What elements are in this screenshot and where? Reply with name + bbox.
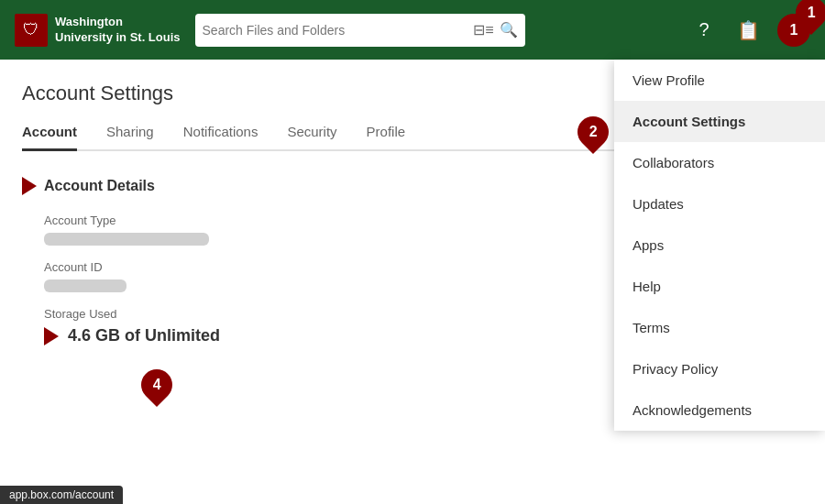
top-header: 🛡 Washington University in St. Louis ⊟≡ … <box>0 0 825 60</box>
dropdown-help[interactable]: Help <box>614 266 825 307</box>
tab-profile[interactable]: Profile <box>367 124 406 151</box>
account-id-value <box>44 279 126 292</box>
dropdown-account-settings[interactable]: Account Settings <box>614 101 825 142</box>
search-icon[interactable]: 🔍 <box>500 21 518 38</box>
search-icons: ⊟≡ 🔍 <box>473 21 517 38</box>
search-input[interactable] <box>203 23 470 38</box>
dropdown-acknowledgements[interactable]: Acknowledgements <box>614 389 825 431</box>
filter-icon[interactable]: ⊟≡ <box>473 21 493 38</box>
dropdown-view-profile[interactable]: View Profile <box>614 60 825 101</box>
section-title: Account Details <box>44 178 155 194</box>
tab-notifications[interactable]: Notifications <box>183 124 258 151</box>
annotation-bubble-4: 4 <box>135 363 179 407</box>
tab-sharing[interactable]: Sharing <box>106 124 154 151</box>
header-right: ? 📋 1 1 <box>689 14 810 47</box>
logo-area: 🛡 Washington University in St. Louis <box>15 14 181 47</box>
help-icon[interactable]: ? <box>689 16 719 45</box>
account-type-value <box>44 233 209 246</box>
clipboard-icon[interactable]: 📋 <box>733 16 763 45</box>
dropdown-menu: 2 View Profile Account Settings Collabor… <box>614 60 825 431</box>
dropdown-collaborators[interactable]: Collaborators <box>614 142 825 183</box>
dropdown-apps[interactable]: Apps <box>614 225 825 266</box>
logo-shield-icon: 🛡 <box>15 14 48 47</box>
tab-security[interactable]: Security <box>287 124 336 151</box>
dropdown-privacy-policy[interactable]: Privacy Policy <box>614 348 825 389</box>
dropdown-updates[interactable]: Updates <box>614 183 825 225</box>
logo-text: Washington University in St. Louis <box>55 15 181 46</box>
main-content: Account Settings Account Sharing Notific… <box>0 60 825 504</box>
search-bar[interactable]: ⊟≡ 🔍 <box>195 14 525 47</box>
section-arrow-icon <box>22 177 37 195</box>
storage-arrow-icon <box>44 327 59 345</box>
user-menu-trigger[interactable]: 1 1 <box>777 14 810 47</box>
dropdown-terms[interactable]: Terms <box>614 307 825 348</box>
url-bar: app.box.com/account <box>0 486 123 504</box>
tab-account[interactable]: Account <box>22 124 77 151</box>
